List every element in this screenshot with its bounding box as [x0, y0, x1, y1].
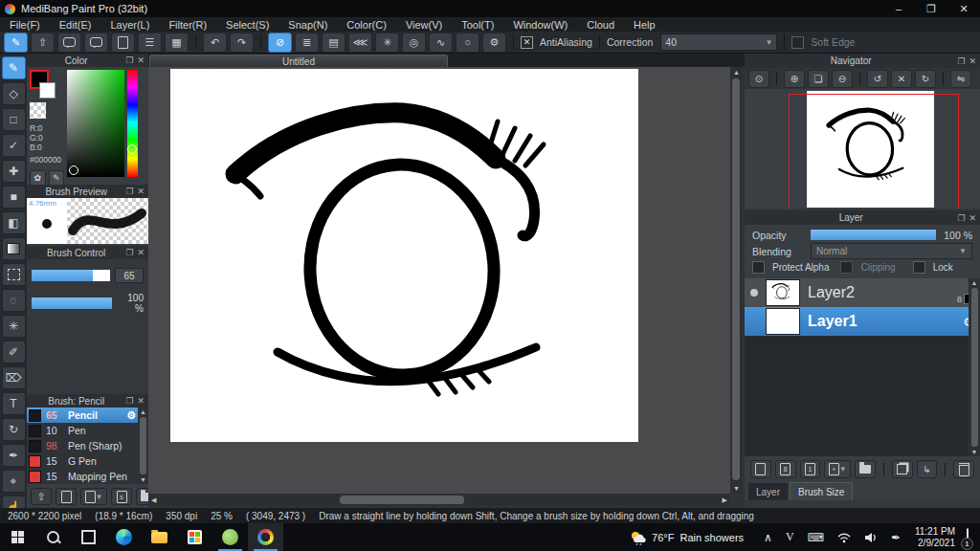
snap-parallel-button[interactable]: ≣ [295, 33, 319, 53]
scroll-right-icon[interactable]: ▶ [723, 496, 727, 504]
protect-alpha-checkbox[interactable]: ✕ [752, 261, 765, 274]
rotate-cw-button[interactable]: ↻ [915, 70, 936, 88]
taskbar-green-app-button[interactable] [212, 523, 248, 551]
scroll-up-icon[interactable]: ▲ [971, 278, 978, 287]
weather-temp[interactable]: 76°F [652, 532, 674, 543]
clipping-checkbox[interactable]: ✕ [840, 261, 853, 274]
palette-button[interactable]: ✿ [30, 170, 46, 186]
menu-filter[interactable]: Filter(R) [159, 19, 216, 31]
canvas-tab-untitled[interactable]: Untitled [149, 55, 448, 68]
canvas-vertical-scrollbar[interactable]: ▲ ▼ [730, 67, 742, 494]
brush-opacity-slider[interactable] [32, 298, 112, 309]
eraser-tool-button[interactable]: ◇ [2, 82, 26, 105]
task-view-button[interactable] [71, 523, 106, 551]
wifi-icon[interactable] [837, 532, 851, 543]
taskbar-search-button[interactable] [35, 523, 71, 551]
canvas-artboard[interactable] [170, 69, 638, 442]
snap-curve-button[interactable]: ∿ [429, 33, 453, 53]
fill-shape-tool-button[interactable]: ■ [2, 186, 26, 209]
close-icon[interactable]: ✕ [137, 248, 145, 257]
popout-icon[interactable]: ❐ [125, 187, 133, 196]
magic-wand-tool-button[interactable]: ✳ [2, 315, 26, 338]
scroll-down-icon[interactable]: ▼ [733, 485, 740, 492]
menu-cloud[interactable]: Cloud [577, 19, 624, 31]
hue-slider[interactable] [127, 70, 138, 177]
select-eraser-tool-button[interactable]: ⌦ [2, 366, 26, 389]
blending-dropdown[interactable]: Normal ▼ [811, 243, 972, 259]
new-layer-button[interactable] [750, 460, 771, 478]
close-button[interactable]: ✕ [947, 0, 980, 17]
soft-edge-checkbox[interactable]: ✕ [791, 36, 804, 49]
taskbar-clock[interactable]: 11:21 PM 2/9/2021 [915, 526, 955, 549]
popout-icon[interactable]: ❐ [957, 213, 965, 223]
brush-item-pen-sharp[interactable]: 98 Pen (Sharp) [27, 438, 138, 453]
popout-icon[interactable]: ❐ [125, 55, 133, 65]
scroll-left-icon[interactable]: ◀ [151, 496, 156, 504]
fit-window-button[interactable]: ❏ [808, 70, 829, 88]
tray-app-icon[interactable]: V [786, 530, 794, 544]
eyedropper-tool-button[interactable]: ⌖ [2, 470, 26, 493]
visibility-icon[interactable] [750, 289, 758, 297]
menu-color[interactable]: Color(C) [337, 19, 396, 31]
scroll-up-icon[interactable]: ▲ [140, 408, 146, 416]
zoom-in-button[interactable]: ⊕ [784, 70, 805, 88]
new-1bit-layer-button[interactable]: 1 [800, 460, 821, 478]
zoom-out-button[interactable]: ⊖ [832, 70, 853, 88]
restore-button[interactable]: ❐ [915, 0, 947, 17]
snap-concentric-button[interactable]: ◎ [402, 33, 426, 53]
popout-icon[interactable]: ❐ [125, 248, 133, 257]
menu-edit[interactable]: Edit(E) [50, 19, 101, 31]
opacity-slider[interactable] [811, 230, 936, 240]
select-marquee-tool-button[interactable] [2, 263, 26, 286]
pen-icon[interactable]: ✒ [891, 531, 901, 544]
rotate-view-tool-button[interactable]: ↻ [2, 418, 26, 441]
draw-mode-button[interactable]: ✎ [4, 33, 28, 53]
menu-select[interactable]: Select(S) [216, 19, 278, 31]
snap-ellipse-button[interactable]: ○ [456, 33, 479, 53]
tab-layer[interactable]: Layer [748, 483, 788, 500]
close-icon[interactable]: ✕ [969, 213, 976, 223]
scroll-down-icon[interactable]: ▼ [140, 475, 146, 484]
rotate-ccw-button[interactable]: ↺ [867, 70, 888, 88]
brush-list-scrollbar[interactable]: ▲ ▼ [138, 408, 148, 484]
lasso-tool-button[interactable]: ◌ [2, 289, 26, 312]
snap-settings-button[interactable]: ⚙ [482, 33, 506, 53]
brush-item-pencil[interactable]: 65 Pencil ⚙ [27, 408, 138, 423]
document-button[interactable] [111, 33, 135, 53]
snap-vanishing-button[interactable]: ⋘ [348, 33, 372, 53]
gear-icon[interactable]: ⚙ [126, 409, 136, 422]
select-polyline-tool-button[interactable]: ✓ [2, 134, 26, 157]
taskbar-store-button[interactable] [177, 523, 212, 551]
bucket-tool-button[interactable]: ◧ [2, 211, 26, 234]
lock-checkbox[interactable]: ✕ [913, 261, 925, 274]
select-pen-tool-button[interactable]: ✐ [2, 341, 26, 364]
notification-button[interactable]: 1 [967, 529, 969, 546]
gradient-tool-button[interactable] [2, 237, 26, 260]
undo-button[interactable]: ↶ [203, 33, 227, 53]
add-layer-menu-button[interactable]: +▼ [824, 460, 851, 478]
brush-item-mapping-pen[interactable]: 15 Mapping Pen [27, 469, 138, 484]
menu-help[interactable]: Help [624, 19, 665, 31]
menu-tool[interactable]: Tool(T) [452, 19, 503, 31]
minimize-button[interactable]: – [882, 0, 915, 17]
canvas-horizontal-scrollbar[interactable]: ◀ ▶ [148, 494, 730, 506]
close-icon[interactable]: ✕ [137, 55, 145, 65]
menu-layer[interactable]: Layer(L) [100, 19, 159, 31]
duplicate-layer-button[interactable] [892, 460, 913, 478]
material-button[interactable]: ▦ [165, 33, 189, 53]
snap-off-button[interactable]: ⊘ [268, 33, 292, 53]
layer-item-layer1[interactable]: Layer1 ⚙ [745, 307, 980, 336]
zoom-actual-button[interactable]: ⊙ [748, 70, 769, 88]
brush-size-value[interactable]: 65 [115, 268, 144, 283]
start-button[interactable] [0, 523, 35, 551]
tray-expand-icon[interactable]: ∧ [764, 531, 772, 544]
download-brush-button[interactable]: ⇧ [31, 488, 52, 505]
layer-list-scrollbar[interactable]: ▲ ▼ [969, 278, 980, 456]
add-brush-menu-button[interactable]: ▼ [80, 488, 107, 505]
menu-snap[interactable]: Snap(N) [278, 19, 337, 31]
brush-item-g-pen[interactable]: 15 G Pen [27, 453, 138, 469]
operation-pen-tool-button[interactable]: ✒ [2, 444, 26, 467]
snap-grid-button[interactable]: ▤ [322, 33, 345, 53]
scroll-down-icon[interactable]: ▼ [971, 448, 978, 456]
merge-layer-button[interactable]: ↳ [917, 460, 938, 478]
